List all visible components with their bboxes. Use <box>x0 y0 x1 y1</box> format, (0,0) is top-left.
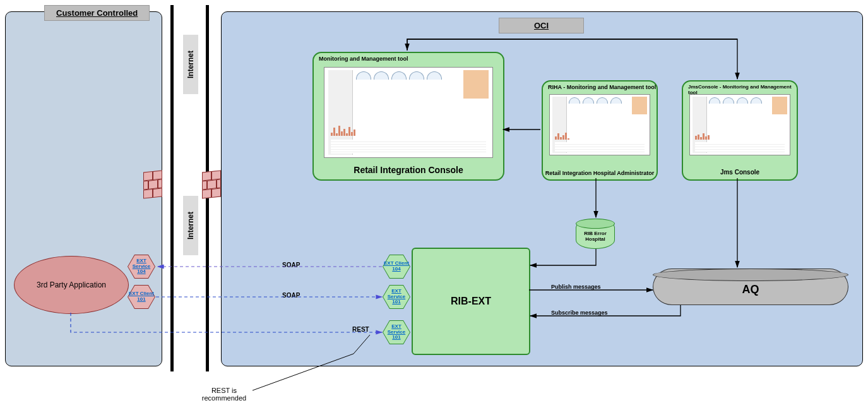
ric-tool-footer: Retail Integration Console <box>314 165 503 175</box>
ric-tool-box: Monitoring and Management tool Retail In… <box>312 52 504 181</box>
firewall-icon-right <box>202 170 221 198</box>
hex-ext-service-104-pink: EXT Service 104 <box>128 255 155 278</box>
annotation-rest-rec: REST is recommended <box>196 387 253 402</box>
ric-screenshot <box>324 67 493 158</box>
aq-label: AQ <box>653 283 848 296</box>
firewall-icon-left <box>143 170 162 198</box>
hex-ext-service-101: EXT Service 101 <box>383 286 410 308</box>
riha-screenshot <box>549 94 650 155</box>
protocol-rest: REST <box>352 326 369 333</box>
riha-tool-title: RIHA - Monitoring and Management tool <box>548 84 656 90</box>
barrier-line-left <box>170 5 174 371</box>
jms-screenshot <box>689 94 790 155</box>
protocol-soap-1: SOAP <box>282 262 300 268</box>
rib-error-hospital-label: RIB Error Hospital <box>576 231 615 242</box>
hex-ext-client-101-pink: EXT Client 101 <box>128 286 155 308</box>
oci-title: OCI <box>499 18 584 33</box>
edge-publish-messages: Publish messages <box>551 284 601 290</box>
rib-ext-label: RIB-EXT <box>451 296 491 307</box>
jms-tool-box: JmsConsole - Monitoring and Management t… <box>682 80 798 181</box>
hex-ext-service-101-b: EXT Service 101 <box>383 321 410 344</box>
riha-tool-footer: Retail Integration Hospital Administrato… <box>543 171 657 177</box>
third-party-label: 3rd Party Application <box>37 280 106 289</box>
internet-label-bottom: Internet <box>183 196 198 255</box>
rib-error-hospital: RIB Error Hospital <box>576 219 615 249</box>
protocol-soap-2: SOAP <box>282 292 300 299</box>
hex-ext-client-104: EXT Client 104 <box>383 255 410 278</box>
internet-label-top: Internet <box>183 35 198 94</box>
edge-subscribe-messages: Subscribe messages <box>551 310 608 316</box>
jms-tool-footer: Jms Console <box>683 169 797 176</box>
customer-controlled-title: Customer Controlled <box>44 5 150 21</box>
riha-tool-box: RIHA - Monitoring and Management tool Re… <box>542 80 658 181</box>
ric-tool-title: Monitoring and Management tool <box>319 56 408 62</box>
third-party-application: 3rd Party Application <box>14 256 129 314</box>
rib-ext-node: RIB-EXT <box>412 248 530 355</box>
aq-node: AQ <box>653 268 848 305</box>
